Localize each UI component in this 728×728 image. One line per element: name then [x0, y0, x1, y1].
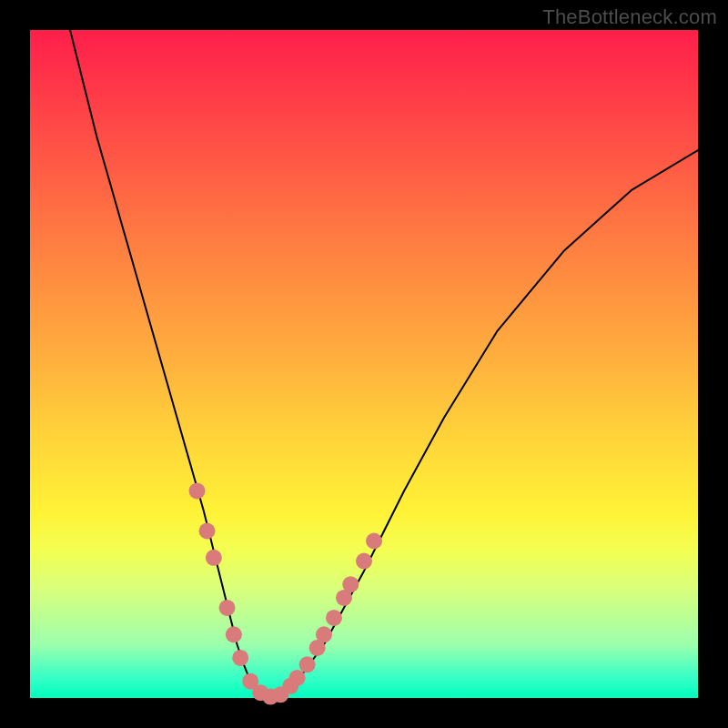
highlight-dot: [189, 482, 206, 499]
highlight-dot: [232, 650, 248, 666]
highlight-dot: [289, 670, 306, 686]
highlight-dot: [366, 533, 382, 550]
watermark-text: TheBottleneck.com: [542, 5, 717, 29]
chart-plot-area: [30, 30, 698, 698]
highlight-dot: [356, 553, 372, 570]
highlight-dot: [206, 550, 222, 566]
highlight-dot: [299, 656, 316, 672]
bottleneck-curve: [70, 30, 698, 698]
highlight-dot: [219, 600, 236, 616]
highlight-dot: [342, 576, 359, 592]
highlight-dot: [326, 610, 342, 626]
highlight-dot: [316, 626, 332, 642]
chart-svg: [30, 30, 698, 698]
highlight-dot: [199, 523, 216, 540]
highlight-dot: [226, 626, 242, 642]
